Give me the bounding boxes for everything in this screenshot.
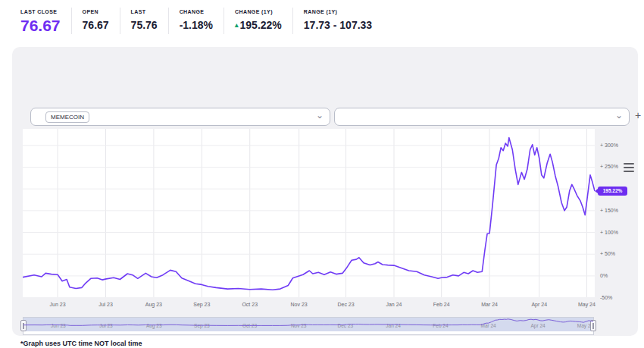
stat-label: CHANGE xyxy=(180,9,213,14)
stat-value: ▴195.22% xyxy=(235,19,282,31)
chart-navigator[interactable]: Jun 23Jul 23Aug 23Sep 23Oct 23Nov 23Dec … xyxy=(23,317,594,335)
stat-value: -1.18% xyxy=(180,19,213,31)
x-tick-label: Jan 24 xyxy=(371,302,417,307)
stat-value: 76.67 xyxy=(83,19,109,31)
stat-change-1y: CHANGE (1Y)▴195.22% xyxy=(224,8,292,34)
memecoin-index-page: LAST CLOSE76.67OPEN76.67LAST75.76CHANGE-… xyxy=(0,0,644,348)
stat-last: LAST75.76 xyxy=(120,8,168,34)
x-tick-label: Feb 24 xyxy=(419,302,464,307)
x-tick-label: Oct 23 xyxy=(227,302,273,307)
price-chart-plot-area xyxy=(23,129,595,297)
y-tick-label: -50% xyxy=(600,295,630,300)
last-value-tag: 195.22% xyxy=(598,187,627,196)
stat-value: 76.67 xyxy=(20,19,61,33)
stat-label: LAST xyxy=(131,9,158,14)
x-tick-label: Nov 23 xyxy=(277,302,322,307)
memecoin-chip[interactable]: MEMECOIN xyxy=(45,111,89,123)
x-tick-label: Dec 23 xyxy=(324,302,369,307)
y-tick-label: 0% xyxy=(600,273,630,278)
compare-select[interactable]: ⌄ xyxy=(334,108,630,126)
x-tick-label: Mar 24 xyxy=(467,302,512,307)
stat-label: OPEN xyxy=(83,9,109,14)
stat-change: CHANGE-1.18% xyxy=(168,8,224,34)
stat-value: 17.73 - 107.33 xyxy=(304,19,372,31)
x-tick-label: Aug 23 xyxy=(131,302,177,307)
y-tick-label: + 150% xyxy=(600,208,630,213)
chart-svg xyxy=(23,129,595,297)
stat-label: CHANGE (1Y) xyxy=(235,9,282,14)
y-tick-label: + 250% xyxy=(600,164,630,169)
x-tick-label: Sep 23 xyxy=(179,302,224,307)
stat-value: 75.76 xyxy=(131,19,158,31)
add-comparison-button[interactable]: + xyxy=(632,109,644,121)
y-tick-label: + 100% xyxy=(600,230,630,235)
stat-open: OPEN76.67 xyxy=(71,8,120,34)
utc-footnote: *Graph uses UTC time NOT local time xyxy=(20,340,142,347)
stat-label: RANGE (1Y) xyxy=(304,9,372,14)
stats-bar: LAST CLOSE76.67OPEN76.67LAST75.76CHANGE-… xyxy=(20,8,383,34)
chevron-down-icon: ⌄ xyxy=(316,110,324,121)
stat-range-1y: RANGE (1Y)17.73 - 107.33 xyxy=(292,8,383,34)
x-tick-label: Apr 24 xyxy=(517,302,562,307)
chevron-down-icon: ⌄ xyxy=(615,110,623,121)
x-tick-label: Jun 23 xyxy=(35,302,80,307)
stat-last-close: LAST CLOSE76.67 xyxy=(20,8,71,34)
navigator-svg xyxy=(23,318,593,333)
up-triangle-icon: ▴ xyxy=(235,21,239,29)
y-tick-label: + 50% xyxy=(600,251,630,256)
stat-label: LAST CLOSE xyxy=(20,9,61,14)
x-tick-label: Jul 23 xyxy=(83,302,128,307)
y-tick-label: + 300% xyxy=(600,143,630,148)
series-line-memecoin xyxy=(23,138,595,290)
index-select[interactable]: MEMECOIN ⌄ xyxy=(30,108,330,126)
x-tick-label: May 24 xyxy=(564,302,609,307)
